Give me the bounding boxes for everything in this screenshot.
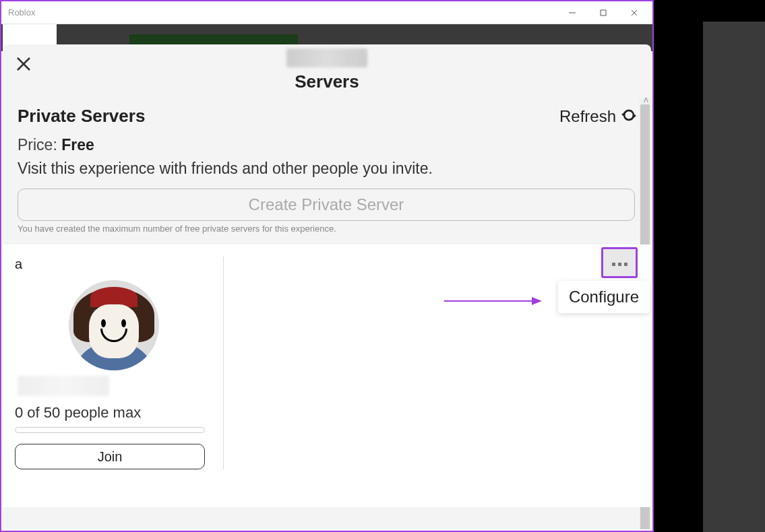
refresh-icon — [621, 108, 636, 125]
modal-title: Servers — [16, 71, 638, 92]
server-card: a — [15, 257, 224, 469]
svg-marker-9 — [532, 297, 542, 305]
background-panel — [703, 22, 765, 532]
description-text: Visit this experience with friends and o… — [18, 160, 636, 178]
price-row: Price: Free — [18, 136, 636, 154]
titlebar: Roblox — [1, 1, 652, 24]
more-dots-icon — [611, 257, 629, 269]
capacity-text: 0 of 50 people max — [15, 404, 212, 422]
refresh-button[interactable]: Refresh — [559, 107, 636, 126]
section-header-row: Private Servers Refresh — [18, 106, 636, 127]
annotation-arrow — [444, 294, 542, 310]
content-wrapper: Servers ᐱ Private Servers Refresh — [1, 24, 652, 531]
server-list-panel: a — [3, 244, 651, 507]
svg-marker-6 — [621, 112, 624, 117]
close-window-button[interactable] — [619, 3, 650, 23]
create-private-server-button[interactable]: Create Private Server — [18, 189, 635, 221]
modal-header: Servers — [3, 44, 651, 98]
svg-rect-1 — [601, 10, 606, 15]
maximize-button[interactable] — [588, 3, 619, 23]
minimize-button[interactable] — [557, 3, 588, 23]
more-options-button[interactable] — [601, 247, 638, 278]
refresh-label: Refresh — [559, 107, 616, 126]
app-window: Roblox Servers — [0, 0, 654, 532]
window-title: Roblox — [8, 7, 557, 18]
obscured-region — [286, 48, 367, 67]
max-servers-note: You have created the maximum number of f… — [18, 224, 636, 234]
price-label: Price: — [18, 136, 57, 154]
avatar — [69, 280, 159, 370]
capacity-progress — [15, 427, 205, 433]
section-title: Private Servers — [18, 106, 145, 127]
username-obscured — [18, 376, 109, 396]
scroll-up-icon[interactable]: ᐱ — [644, 98, 648, 104]
server-name: a — [15, 257, 212, 272]
servers-modal: Servers ᐱ Private Servers Refresh — [3, 44, 651, 529]
join-button[interactable]: Join — [15, 444, 205, 469]
price-value: Free — [61, 136, 94, 154]
window-controls — [557, 3, 650, 23]
desktop-background — [654, 0, 765, 532]
configure-menu-item[interactable]: Configure — [558, 281, 650, 313]
close-modal-button[interactable] — [16, 57, 31, 74]
svg-marker-7 — [634, 114, 636, 118]
modal-body: ᐱ Private Servers Refresh — [3, 98, 651, 529]
private-servers-section: Private Servers Refresh Price: Free — [3, 98, 651, 234]
